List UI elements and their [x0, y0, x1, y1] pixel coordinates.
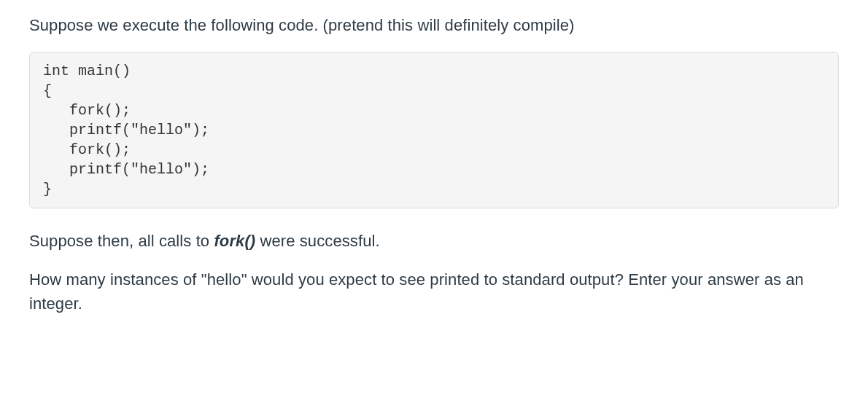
- prompt-text: How many instances of "hello" would you …: [29, 267, 839, 316]
- assumption-pre: Suppose then, all calls to: [29, 232, 214, 250]
- code-line: {: [43, 81, 825, 101]
- code-line: fork();: [43, 140, 825, 160]
- assumption-text: Suppose then, all calls to fork() were s…: [29, 229, 839, 253]
- code-line: printf("hello");: [43, 120, 825, 140]
- code-line: }: [43, 179, 825, 199]
- question-intro-text: Suppose we execute the following code. (…: [29, 13, 839, 37]
- code-line: fork();: [43, 101, 825, 120]
- code-block: int main(){ fork(); printf("hello"); for…: [29, 52, 839, 208]
- assumption-post: were successful.: [255, 232, 379, 250]
- fork-emphasis: fork(): [214, 232, 255, 250]
- code-line: int main(): [43, 61, 825, 81]
- code-line: printf("hello");: [43, 160, 825, 179]
